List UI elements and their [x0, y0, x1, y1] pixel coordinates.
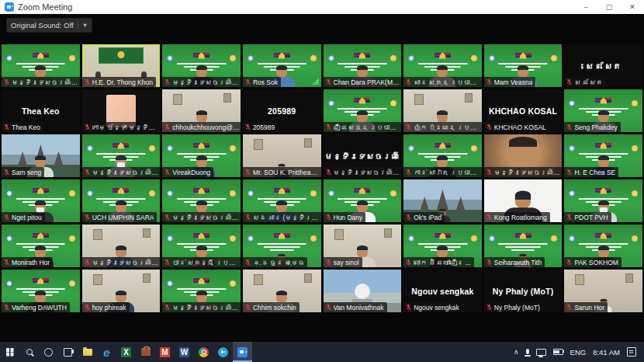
- participant-tile[interactable]: Thea Keo Thea Keo: [2, 89, 80, 132]
- participant-tile[interactable]: សេង អាន (មន្ទីរទេស...: [243, 179, 321, 222]
- participant-tile[interactable]: 205989 205989: [243, 89, 321, 132]
- participant-tile[interactable]: Monirath Hor: [2, 225, 80, 267]
- clock[interactable]: 8:41 AM: [593, 348, 620, 357]
- word-icon[interactable]: W: [175, 342, 194, 362]
- action-center-icon[interactable]: [627, 347, 636, 357]
- name-label: Seng Phakdey: [564, 122, 620, 132]
- store-icon[interactable]: [136, 342, 155, 362]
- logo-right: [390, 190, 396, 197]
- participant-tile[interactable]: មន្ទីរទេសចរណ៍ខេត្ត កំ...: [162, 270, 241, 312]
- participant-tile[interactable]: UCH UMPHIN SARA: [82, 179, 161, 222]
- participant-tile[interactable]: ជឿន សេឌុន ប្រធាន...: [324, 89, 402, 132]
- tray-microphone-icon[interactable]: [526, 349, 529, 354]
- participant-tile[interactable]: ចាន់ សុគន្ធី ប្រធានម...: [162, 225, 241, 267]
- participant-tile[interactable]: Mam Veasna: [484, 44, 563, 87]
- participant-tile[interactable]: Sarun Hor: [564, 270, 642, 312]
- participant-tile[interactable]: Hun Dany: [324, 179, 402, 222]
- participant-tile[interactable]: Nget pitou: [2, 179, 80, 222]
- participant-tile[interactable]: Ngouv sengkak Ngouv sengkak: [403, 270, 482, 312]
- muted-mic-icon: [244, 78, 251, 85]
- participant-tile[interactable]: PAK SOKHOM: [564, 225, 642, 267]
- task-view-icon[interactable]: [58, 342, 78, 362]
- name-label: hoy phireak: [82, 302, 130, 312]
- participant-tile[interactable]: chhoukchhouvong@g...: [162, 89, 241, 132]
- participant-tile[interactable]: Seiharavuth Tith: [484, 225, 563, 267]
- participant-tile[interactable]: កាន់ សារ៉ាត ប្រធានម...: [403, 134, 482, 177]
- search-icon[interactable]: [19, 342, 39, 362]
- maximize-button[interactable]: ▢: [597, 0, 621, 14]
- participant-tile[interactable]: មន្ទីរទេសចរណ៍ខេត្តឧ...: [82, 134, 161, 177]
- tray-network-icon[interactable]: [536, 349, 546, 356]
- participant-tile[interactable]: មន្ទីរទេសចរណ៍កោះកុ...: [162, 44, 241, 87]
- name-label: សាន សុគុន ប្រធានម...: [403, 77, 482, 87]
- name-label: Chan Dara PRAK(MoT): [324, 77, 402, 87]
- muted-mic-icon: [164, 124, 171, 131]
- excel-icon[interactable]: X: [116, 342, 136, 362]
- participant-tile[interactable]: PDOT PVH: [564, 179, 642, 222]
- participant-tile[interactable]: KHCHAO KOSAL KHCHAO KOSAL: [484, 89, 563, 132]
- minimize-button[interactable]: –: [574, 0, 597, 14]
- tray-expand-icon[interactable]: ∧: [514, 348, 519, 356]
- close-button[interactable]: ✕: [621, 0, 644, 14]
- logo-left: [167, 145, 173, 151]
- participant-tile[interactable]: hoy phireak: [82, 270, 161, 312]
- name-label: មន្ទីរទេសចរណ៍ខេត្តក...: [484, 167, 563, 177]
- gmail-icon[interactable]: M: [155, 342, 175, 362]
- participant-tile[interactable]: ញ៉ុក ប៉ុនណន ប្រធាន...: [403, 89, 482, 132]
- silhouette-head: [196, 156, 207, 168]
- silhouette-head: [276, 201, 287, 213]
- tray-battery-icon[interactable]: [553, 349, 563, 355]
- participant-tile[interactable]: សាន សុគុន ប្រធានម...: [403, 44, 482, 87]
- zoom-app-icon: [5, 2, 14, 12]
- task-view-icon-glyph: [64, 348, 72, 357]
- participant-tile[interactable]: say sinol: [324, 225, 402, 267]
- cortana-icon[interactable]: [39, 342, 58, 362]
- participant-tile[interactable]: Ok's iPad: [403, 179, 482, 222]
- participant-tile[interactable]: មន្ទីរទេសចរណ៍ខេ... មន្ទីរទេសចរណ៍ខេត្តព្រ…: [324, 134, 402, 177]
- participant-tile[interactable]: ឯ.ឧ ធួន សុមេធ: [243, 225, 321, 267]
- edge-icon[interactable]: e: [97, 342, 116, 362]
- participant-tile[interactable]: Chhim sokchin: [243, 270, 321, 312]
- telegram-icon[interactable]: [213, 342, 233, 362]
- chrome-icon[interactable]: [194, 342, 213, 362]
- muted-mic-icon: [405, 78, 412, 85]
- logo-right: [310, 190, 317, 197]
- participant-tile[interactable]: Van Monivathnak: [324, 270, 402, 312]
- participant-tile[interactable]: សេន សែត សេន សែត: [564, 44, 642, 87]
- start-button[interactable]: [0, 342, 19, 362]
- participant-tile[interactable]: Chan Dara PRAK(MoT): [324, 44, 402, 87]
- logo-right: [230, 145, 236, 151]
- logo-left: [248, 235, 254, 242]
- participant-tile[interactable]: មន្ទីរទេសចរណ៍កោះធំ...: [82, 225, 161, 267]
- participant-tile[interactable]: H. E Chea SE: [564, 134, 642, 177]
- name-label-text: Nget pitou: [12, 214, 42, 221]
- participant-tile[interactable]: Ros Sok: [243, 44, 321, 87]
- zoom-icon[interactable]: [233, 342, 252, 362]
- participant-tile[interactable]: លោក អ៊ិន ហៅជឿន ...: [403, 225, 482, 267]
- participant-tile[interactable]: Varheng DAWUTH: [2, 270, 80, 312]
- participant-tile[interactable]: មន្ទីរទេសចរណ៍ខេត្តក...: [2, 44, 80, 87]
- logo-left: [6, 190, 12, 197]
- cortana-icon-glyph: [44, 348, 53, 357]
- participant-tile[interactable]: កោម ច័ន្ទា មន្ទីរទេស...: [82, 89, 161, 132]
- participant-tile[interactable]: Ny Phaly (MoT) Ny Phaly (MoT): [484, 270, 563, 312]
- participant-tile[interactable]: Sam seng: [2, 134, 80, 177]
- participant-tile[interactable]: VireakDuong: [162, 134, 241, 177]
- participant-tile[interactable]: H.E. Dr. Thong Khon: [82, 44, 161, 87]
- original-sound-toggle[interactable]: Original Sound: Off ▼: [6, 18, 92, 33]
- banner-text-lines: [254, 242, 310, 251]
- participant-tile[interactable]: Seng Phakdey: [564, 89, 642, 132]
- participant-display-name: Ny Phaly (MoT): [486, 287, 561, 296]
- participant-tile[interactable]: មន្ទីរទេសចរណ៍ខេត្តព្រៃ...: [162, 179, 241, 222]
- chevron-down-icon[interactable]: ▼: [78, 22, 88, 29]
- participant-tile[interactable]: Kong Roatlomang: [484, 179, 563, 222]
- logo-left: [6, 280, 12, 287]
- name-label: ជឿន សេឌុន ប្រធាន...: [324, 122, 402, 132]
- participant-tile[interactable]: មន្ទីរទេសចរណ៍ខេត្តក...: [484, 134, 563, 177]
- language-indicator[interactable]: ENG: [570, 348, 587, 357]
- name-label: កាន់ សារ៉ាត ប្រធានម...: [403, 167, 482, 177]
- name-label-text: កោម ច័ន្ទា មន្ទីរទេស...: [92, 124, 160, 131]
- participant-tile[interactable]: Mr. SOU K. Pritthea@...: [243, 134, 321, 177]
- file-explorer-icon[interactable]: [78, 342, 97, 362]
- name-label-text: កាន់ សារ៉ាត ប្រធានម...: [414, 169, 481, 176]
